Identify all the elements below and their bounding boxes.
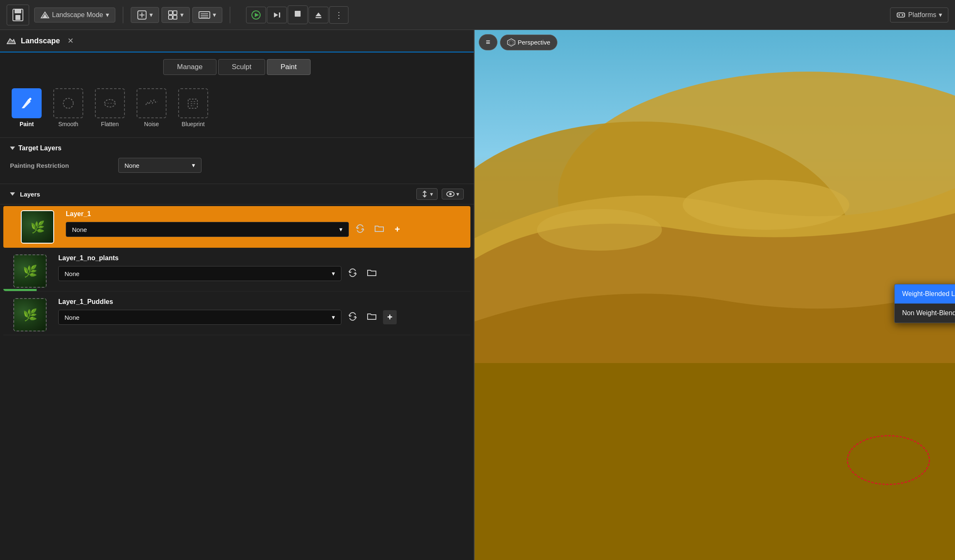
dropdown-item-weight-blended[interactable]: Weight-Blended Layer (normal) <box>895 284 955 304</box>
main-layout: Landscape ✕ Manage Sculpt Paint Paint <box>0 30 955 560</box>
tool-smooth-label: Smooth <box>58 121 78 127</box>
panel-close-button[interactable]: ✕ <box>67 36 74 45</box>
layer1-folder-button[interactable] <box>371 223 387 236</box>
play-button[interactable] <box>246 7 266 23</box>
svg-point-24 <box>898 14 900 16</box>
painting-restriction-select[interactable]: None ▾ <box>118 158 201 173</box>
svg-rect-1 <box>15 9 21 13</box>
tab-paint[interactable]: Paint <box>267 59 311 75</box>
tool-paint-icon-box <box>12 88 42 118</box>
tool-smooth-icon-box <box>53 88 83 118</box>
perspective-button[interactable]: Perspective <box>500 35 557 50</box>
svg-rect-10 <box>169 15 172 19</box>
tool-paint-label: Paint <box>20 121 34 127</box>
layer3-thumbnail: 🌿 <box>13 298 47 331</box>
tool-smooth[interactable]: Smooth <box>52 87 85 129</box>
painting-restriction-label: Painting Restriction <box>10 162 118 169</box>
layers-collapse-triangle[interactable] <box>10 192 15 196</box>
layer3-refresh-button[interactable] <box>345 310 361 325</box>
tool-flatten[interactable]: Flatten <box>93 87 127 129</box>
add-dropdown-icon: ▾ <box>149 11 153 19</box>
viewport-header: ≡ Perspective <box>479 34 557 50</box>
landscape-mode-label: Landscape Mode <box>52 11 103 19</box>
platforms-button[interactable]: Platforms ▾ <box>890 7 948 22</box>
layer1-add-button[interactable]: + <box>390 222 404 236</box>
perspective-icon <box>507 38 515 47</box>
save-button[interactable] <box>7 5 29 25</box>
layer1-name: Layer_1 <box>66 210 460 218</box>
landscape-mode-button[interactable]: Landscape Mode ▾ <box>34 7 115 22</box>
layers-sort-button[interactable]: ▾ <box>416 188 438 200</box>
add-button[interactable]: ▾ <box>131 7 159 23</box>
svg-rect-8 <box>169 11 172 15</box>
layer-row-layer1: 🌿 Layer_1 None ▾ <box>3 206 470 248</box>
tab-manage[interactable]: Manage <box>163 59 216 75</box>
target-layers-header: Target Layers <box>10 144 464 152</box>
add-group: ▾ ▾ ▾ <box>131 7 222 23</box>
layer1-refresh-button[interactable] <box>352 222 368 237</box>
mode-tabs: Manage Sculpt Paint <box>0 52 474 80</box>
separator-2 <box>230 7 230 23</box>
green-bar <box>3 289 37 291</box>
layer2-content: Layer_1_no_plants None ▾ <box>58 254 460 288</box>
tool-flatten-icon-box <box>95 88 125 118</box>
svg-point-25 <box>902 14 903 16</box>
red-selection-circle <box>847 435 930 485</box>
painting-restriction-value: None <box>124 162 139 169</box>
layer3-name: Layer_1_Puddles <box>58 298 460 306</box>
platforms-dropdown-icon: ▾ <box>939 11 942 19</box>
layer3-add-button[interactable]: + <box>383 310 397 324</box>
layer3-folder-button[interactable] <box>364 311 380 324</box>
tool-noise-icon-box <box>137 88 167 118</box>
layer2-select-value: None <box>65 270 80 277</box>
painting-restriction-dropdown-icon: ▾ <box>192 162 195 169</box>
top-toolbar: Landscape Mode ▾ ▾ ▾ <box>0 0 955 30</box>
painting-restriction-row: Painting Restriction None ▾ <box>10 158 464 173</box>
play-group: ⋮ <box>246 5 348 24</box>
layers-visibility-button[interactable]: ▾ <box>442 189 464 199</box>
layer1-thumbnail: 🌿 <box>21 210 54 244</box>
tool-flatten-label: Flatten <box>101 121 119 127</box>
layer2-select-row: None ▾ <box>58 266 460 281</box>
layer2-refresh-button[interactable] <box>345 266 361 281</box>
layer3-select[interactable]: None ▾ <box>58 310 341 325</box>
eject-button[interactable] <box>308 7 328 23</box>
tool-blueprint-icon-box <box>178 88 208 118</box>
viewport-menu-button[interactable]: ≡ <box>479 34 497 50</box>
svg-rect-23 <box>897 13 905 17</box>
layers-controls: ▾ ▾ <box>416 188 464 200</box>
landscape-icon <box>7 36 16 45</box>
layer1-select[interactable]: None ▾ <box>66 222 349 237</box>
layer-row-layer1-puddles: 🌿 Layer_1_Puddles None ▾ <box>3 295 470 335</box>
layer3-select-value: None <box>65 314 80 321</box>
panel-title: Landscape <box>21 37 60 45</box>
tab-sculpt[interactable]: Sculpt <box>218 59 265 75</box>
stop-button[interactable] <box>288 5 308 24</box>
step-button[interactable] <box>267 7 287 23</box>
hamburger-icon: ≡ <box>486 38 490 47</box>
layer2-folder-button[interactable] <box>364 267 380 281</box>
panel-header: Landscape ✕ <box>0 30 474 52</box>
svg-point-38 <box>449 193 452 195</box>
layer-row-layer1-no-plants: 🌿 Layer_1_no_plants None ▾ <box>3 251 470 291</box>
target-layers-section: Target Layers Painting Restriction None … <box>0 138 474 184</box>
viewport-panel: ≡ Perspective <box>475 30 955 560</box>
layer-stripe <box>4 207 8 247</box>
layer-type-dropdown: Weight-Blended Layer (normal) Non Weight… <box>894 284 955 323</box>
layer1-select-arrow: ▾ <box>339 226 343 233</box>
svg-rect-11 <box>173 15 177 19</box>
tool-noise[interactable]: Noise <box>135 87 168 129</box>
tool-paint[interactable]: Paint <box>10 87 43 129</box>
dropdown-item-non-weight-blended[interactable]: Non Weight-Blended Layer <box>895 304 955 323</box>
svg-marker-21 <box>316 12 321 16</box>
more-button[interactable]: ⋮ <box>329 6 348 24</box>
collapse-triangle[interactable] <box>10 147 15 150</box>
layer2-thumbnail: 🌿 <box>13 254 47 288</box>
sequence-button[interactable]: ▾ <box>192 7 222 23</box>
tool-blueprint[interactable]: Blueprint <box>177 87 210 129</box>
tool-blueprint-label: Blueprint <box>182 121 204 127</box>
transform-button[interactable]: ▾ <box>162 7 190 23</box>
layer2-select[interactable]: None ▾ <box>58 266 341 281</box>
svg-rect-22 <box>316 17 321 18</box>
layer3-content: Layer_1_Puddles None ▾ <box>58 298 460 331</box>
